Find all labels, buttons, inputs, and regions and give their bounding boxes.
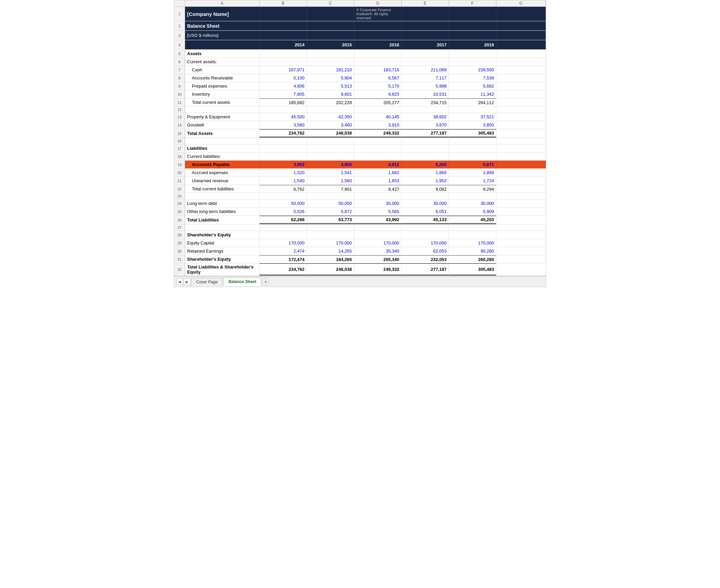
currency-label: [USD $ millions]: [185, 31, 260, 40]
col-header-d: D: [354, 0, 402, 6]
row-11: 11 Total current assets 185,682 202,228 …: [174, 98, 546, 106]
tca-2018: 264,112: [449, 98, 496, 106]
equity-header: Shareholder's Equity: [185, 231, 260, 239]
ar-2018: 7,539: [449, 74, 496, 82]
ppe-2017: 38,602: [402, 113, 449, 121]
total-liab-2015: 63,773: [307, 216, 354, 224]
ppe-2016: 40,145: [354, 113, 402, 121]
sheet-title: Balance Sheet: [185, 21, 260, 30]
prepaid-2014: 4,806: [260, 82, 307, 90]
other-lt-label: Other long-term liabilities: [185, 208, 260, 215]
tab-balance-sheet[interactable]: Balance Sheet: [223, 278, 261, 286]
ltd-label: Long-term debt: [185, 200, 260, 207]
cash-2016: 183,715: [354, 66, 402, 74]
total-liab-2014: 62,288: [260, 216, 307, 224]
cash-label: Cash: [185, 66, 260, 74]
col-header-c: C: [307, 0, 354, 6]
other-lt-2017: 6,051: [402, 208, 449, 215]
tab-cover-page[interactable]: Cover Page: [191, 278, 223, 286]
year-2017: 2017: [402, 40, 449, 49]
tab-add-button[interactable]: +: [262, 278, 269, 286]
inventory-2017: 10,531: [402, 90, 449, 98]
tle-2016: 249,332: [354, 264, 402, 276]
re-2018: 90,280: [449, 247, 496, 255]
tca-2017: 234,715: [402, 98, 449, 106]
row-15: 15 Total Assets 234,762 248,038 249,332 …: [174, 129, 546, 138]
tcl-2014: 6,762: [260, 185, 307, 193]
ar-label: Accounts Receivable: [185, 74, 260, 82]
ar-2014: 5,100: [260, 74, 307, 82]
te-2016: 205,340: [354, 255, 402, 263]
ap-label: Accounts Payable: [185, 161, 260, 168]
ec-2014: 170,000: [260, 239, 307, 247]
current-liabilities-header: Current liabilities:: [185, 152, 260, 160]
tab-nav-forward[interactable]: ▶: [184, 278, 191, 285]
cash-2015: 181,210: [307, 66, 354, 74]
total-assets-2014: 234,762: [260, 129, 307, 138]
tcl-2015: 7,901: [307, 185, 354, 193]
col-header-g: G: [496, 0, 546, 6]
ec-2018: 170,000: [449, 239, 496, 247]
accrued-2018: 1,899: [449, 169, 496, 176]
row-4: 4 2014 2015 2016 2017 2018: [174, 40, 546, 50]
ec-2017: 170,000: [402, 239, 449, 247]
accrued-label: Accrued expenses: [185, 169, 260, 176]
total-assets-2015: 248,038: [307, 129, 354, 138]
inventory-label: Inventory: [185, 90, 260, 98]
row-7: 7 Cash 167,971 181,210 183,715 211,069 2…: [174, 66, 546, 74]
ap-2018: 5,671: [449, 161, 496, 168]
tcl-2017: 9,082: [402, 185, 449, 193]
ap-2017: 5,265: [402, 161, 449, 168]
row-25: 25 Other long-term liabilities 5,526 5,8…: [174, 208, 546, 216]
row-16: 16: [174, 138, 546, 144]
row-3: 3 [USD $ millions]: [174, 31, 546, 40]
re-2014: 2,474: [260, 247, 307, 255]
goodwill-2018: 3,850: [449, 121, 496, 129]
year-2014: 2014: [260, 40, 307, 49]
inventory-2018: 11,342: [449, 90, 496, 98]
tca-2016: 205,277: [354, 98, 402, 106]
company-name: [Company Name]: [185, 7, 260, 21]
tle-2017: 277,187: [402, 264, 449, 276]
total-liab-2018: 45,203: [449, 216, 496, 224]
col-header-b: B: [260, 0, 307, 6]
total-current-liab-label: Total current liabilities: [185, 185, 260, 193]
row-14: 14 Goodwill 3,580 3,460 3,910 3,870 3,85…: [174, 121, 546, 129]
ar-2017: 7,117: [402, 74, 449, 82]
row-24: 24 Long-term debt 50,000 50,000 30,000 3…: [174, 200, 546, 208]
retained-label: Retained Earnings: [185, 247, 260, 255]
goodwill-2014: 3,580: [260, 121, 307, 129]
goodwill-2016: 3,910: [354, 121, 402, 129]
tab-nav-back[interactable]: ◀: [176, 278, 183, 285]
total-equity-label: Shareholder's Equity: [185, 255, 260, 263]
row-18: 18 Current liabilities:: [174, 152, 546, 161]
row-30: 30 Retained Earnings 2,474 14,265 35,340…: [174, 247, 546, 255]
other-lt-2016: 5,565: [354, 208, 402, 215]
tcl-2018: 9,294: [449, 185, 496, 193]
total-current-assets-label: Total current assets: [185, 98, 260, 106]
prepaid-2016: 5,170: [354, 82, 402, 90]
row-26: 26 Total Liabilities 62,288 63,773 43,99…: [174, 216, 546, 225]
accrued-2014: 1,320: [260, 169, 307, 176]
ltd-2014: 50,000: [260, 200, 307, 207]
goodwill-label: Goodwill: [185, 121, 260, 129]
goodwill-2015: 3,460: [307, 121, 354, 129]
row-13: 13 Property & Equipment 45,500 42,350 40…: [174, 113, 546, 121]
ec-2015: 170,000: [307, 239, 354, 247]
ppe-2014: 45,500: [260, 113, 307, 121]
ec-2016: 170,000: [354, 239, 402, 247]
prepaid-2015: 5,513: [307, 82, 354, 90]
ppe-2015: 42,350: [307, 113, 354, 121]
row-23: 23: [174, 193, 546, 200]
tle-2014: 234,762: [260, 264, 307, 276]
tca-2014: 185,682: [260, 98, 307, 106]
row-22: 22 Total current liabilities 6,762 7,901…: [174, 185, 546, 193]
accrued-2017: 1,865: [402, 169, 449, 176]
total-liab-2016: 43,992: [354, 216, 402, 224]
te-2014: 172,474: [260, 255, 307, 263]
prepaid-2017: 5,998: [402, 82, 449, 90]
tle-2015: 248,038: [307, 264, 354, 276]
total-assets-2016: 249,332: [354, 129, 402, 138]
total-assets-label: Total Assets: [185, 129, 260, 138]
goodwill-2017: 3,870: [402, 121, 449, 129]
